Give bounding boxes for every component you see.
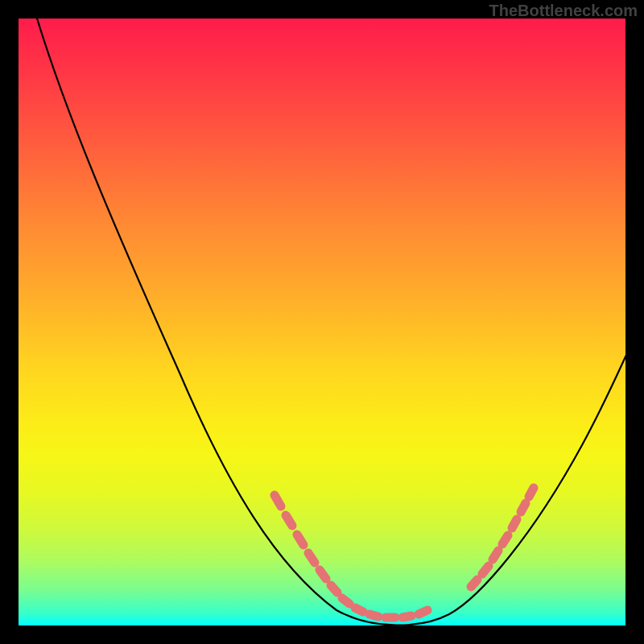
svg-line-5: [331, 585, 337, 592]
svg-line-2: [297, 535, 303, 545]
svg-line-8: [369, 614, 378, 617]
svg-line-7: [355, 608, 363, 612]
svg-line-1: [286, 515, 292, 526]
watermark-text: TheBottleneck.com: [489, 2, 638, 20]
svg-line-13: [482, 566, 489, 574]
svg-line-6: [342, 598, 349, 604]
svg-line-4: [320, 570, 326, 579]
svg-line-18: [529, 488, 534, 497]
bottleneck-curve: [37, 19, 625, 625]
svg-line-10: [402, 616, 411, 617]
svg-line-12: [471, 580, 477, 587]
chart-svg: [19, 19, 625, 625]
svg-line-15: [502, 535, 508, 544]
svg-line-11: [419, 610, 427, 614]
svg-line-3: [308, 553, 315, 563]
highlight-group-left: [275, 495, 427, 617]
chart-frame: [19, 19, 625, 625]
svg-line-0: [275, 495, 281, 506]
svg-line-14: [493, 551, 498, 559]
svg-line-17: [521, 503, 526, 512]
svg-line-16: [512, 519, 517, 528]
